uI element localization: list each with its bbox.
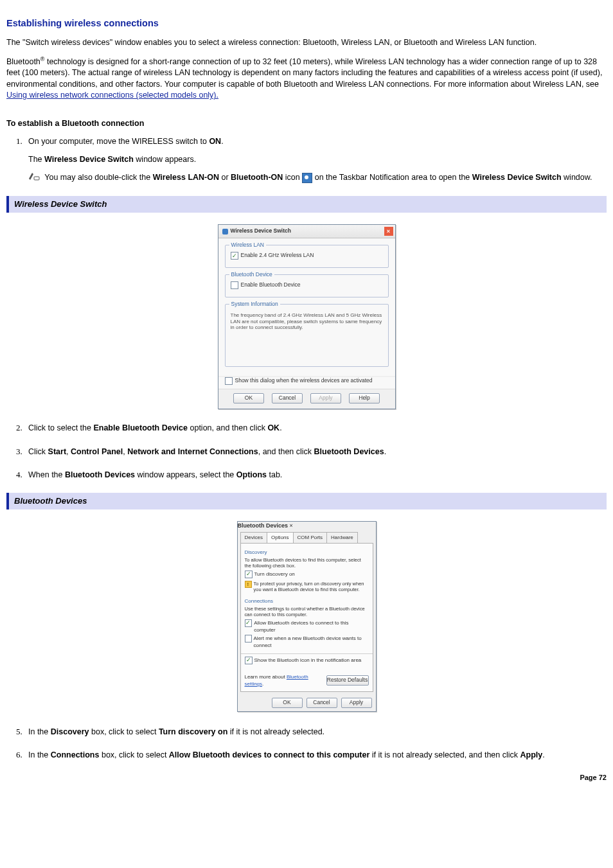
- subheading-bluetooth: To establish a Bluetooth connection: [6, 118, 607, 130]
- text: box, click to select: [89, 727, 159, 736]
- figure-caption-bt: Bluetooth Devices: [6, 493, 607, 509]
- dialog-title: Wireless Device Switch: [231, 227, 291, 235]
- step-4: When the Bluetooth Devices window appear…: [24, 469, 607, 481]
- discovery-text: To allow Bluetooth devices to find this …: [245, 557, 369, 569]
- app-icon: [222, 229, 228, 235]
- text: window appears, select the: [135, 470, 236, 479]
- text: option, and then click: [188, 423, 267, 432]
- svg-rect-0: [34, 177, 39, 180]
- wireless-device-switch-dialog: Wireless Device Switch × Wireless LAN En…: [218, 224, 396, 409]
- ok-button[interactable]: OK: [272, 698, 303, 708]
- close-button[interactable]: ×: [384, 227, 393, 236]
- text-bold: Allow Bluetooth devices to connect to th…: [169, 750, 370, 759]
- enable-wlan-label: Enable 2.4 GHz Wireless LAN: [241, 252, 314, 260]
- wireless-lan-link[interactable]: Using wireless network connections (sele…: [6, 91, 218, 100]
- intro-paragraph-2: Bluetooth® technology is designed for a …: [6, 55, 607, 102]
- discovery-warning-text: To protect your privacy, turn on discove…: [254, 581, 369, 592]
- wlan-group-legend: Wireless LAN: [229, 242, 266, 249]
- cancel-button[interactable]: Cancel: [272, 393, 303, 403]
- help-button[interactable]: Help: [349, 393, 380, 403]
- bluetooth-group-legend: Bluetooth Device: [229, 271, 274, 279]
- step-3: Click Start, Control Panel, Network and …: [24, 446, 607, 458]
- step-5: In the Discovery box, click to select Tu…: [24, 726, 607, 738]
- text-bold: Enable Bluetooth Device: [93, 423, 188, 432]
- step-6: In the Connections box, click to select …: [24, 749, 607, 761]
- step-1: On your computer, move the WIRELESS swit…: [24, 136, 607, 184]
- text-bold: Turn discovery on: [159, 727, 227, 736]
- steps-list-cont1: Click to select the Enable Bluetooth Dev…: [24, 422, 607, 481]
- bluetooth-group: Bluetooth Device Enable Bluetooth Device: [225, 274, 389, 297]
- enable-wlan-checkbox[interactable]: [231, 252, 238, 260]
- text: Bluetooth: [6, 57, 40, 66]
- turn-discovery-on-checkbox[interactable]: [245, 571, 253, 578]
- show-dialog-checkbox[interactable]: [225, 377, 233, 385]
- text: window appears.: [134, 155, 196, 164]
- taskbar-icon: [302, 173, 312, 183]
- alert-new-device-checkbox[interactable]: [245, 635, 252, 642]
- text-bold: Discovery: [51, 727, 89, 736]
- system-info-text: The frequency band of 2.4 GHz Wireless L…: [231, 312, 383, 331]
- text-bold: Wireless Device Switch: [472, 173, 562, 182]
- text: .: [542, 750, 544, 759]
- allow-connect-label: Allow Bluetooth devices to connect to th…: [254, 619, 368, 633]
- tab-com-ports[interactable]: COM Ports: [293, 532, 328, 542]
- enable-bluetooth-checkbox[interactable]: [231, 281, 238, 289]
- intro-paragraph-1: The "Switch wireless devices" window ena…: [6, 37, 607, 49]
- tab-options[interactable]: Options: [267, 532, 294, 542]
- figure-caption-wds: Wireless Device Switch: [6, 196, 607, 213]
- section-heading: Establishing wireless connections: [6, 17, 607, 30]
- text: , and then click: [258, 447, 314, 456]
- text: icon: [283, 173, 302, 182]
- text: .: [384, 447, 386, 456]
- tabs: Devices Options COM Ports Hardware: [238, 529, 376, 542]
- cancel-button[interactable]: Cancel: [306, 698, 337, 708]
- steps-list-cont2: In the Discovery box, click to select Tu…: [24, 726, 607, 761]
- learn-more-text: Learn more about Bluetooth settings.: [245, 673, 326, 687]
- tab-hardware[interactable]: Hardware: [326, 532, 358, 542]
- text: In the: [28, 727, 51, 736]
- text-bold: ON: [209, 137, 221, 146]
- text: The: [28, 155, 44, 164]
- text-bold: Start: [48, 447, 66, 456]
- text-bold: Wireless Device Switch: [44, 155, 134, 164]
- apply-button[interactable]: Apply: [310, 393, 341, 403]
- step-2: Click to select the Enable Bluetooth Dev…: [24, 422, 607, 434]
- warning-icon: [245, 581, 252, 588]
- apply-button[interactable]: Apply: [341, 698, 372, 708]
- text: box, click to select: [99, 750, 168, 759]
- text-bold: Bluetooth Devices: [65, 470, 135, 479]
- text: .: [221, 137, 223, 146]
- text-bold: Options: [236, 470, 267, 479]
- connections-group-title: Connections: [245, 598, 369, 605]
- dialog-titlebar: Bluetooth Devices ×: [238, 522, 376, 530]
- text: Click: [28, 447, 48, 456]
- show-dialog-label: Show this dialog when the wireless devic…: [235, 377, 373, 385]
- show-bt-icon-label: Show the Bluetooth icon in the notificat…: [254, 657, 362, 664]
- text-bold: Network and Internet Connections: [127, 447, 258, 456]
- alert-new-device-label: Alert me when a new Bluetooth device wan…: [254, 635, 369, 649]
- tab-devices[interactable]: Devices: [240, 532, 267, 542]
- dialog-titlebar: Wireless Device Switch ×: [218, 225, 395, 238]
- text-bold: OK: [267, 423, 280, 432]
- connections-text: Use these settings to control whether a …: [245, 606, 369, 617]
- show-bt-icon-checkbox[interactable]: [245, 657, 253, 664]
- restore-defaults-button[interactable]: Restore Defaults: [326, 675, 369, 686]
- close-button[interactable]: ×: [290, 522, 293, 529]
- allow-connect-checkbox[interactable]: [245, 619, 253, 627]
- text-bold: Control Panel: [71, 447, 123, 456]
- text-bold: Apply: [520, 750, 543, 759]
- text: Learn more about: [245, 674, 287, 680]
- steps-list: On your computer, move the WIRELESS swit…: [24, 136, 607, 184]
- bluetooth-devices-dialog: Bluetooth Devices × Devices Options COM …: [237, 521, 377, 712]
- text: tab.: [267, 470, 282, 479]
- ok-button[interactable]: OK: [233, 393, 264, 403]
- dialog-title: Bluetooth Devices: [238, 522, 289, 529]
- system-info-group: System Information The frequency band of…: [225, 304, 389, 367]
- text: or: [219, 173, 231, 182]
- text-bold: Wireless LAN-ON: [153, 173, 219, 182]
- text: You may also double-click the: [44, 173, 152, 182]
- system-info-legend: System Information: [229, 301, 280, 308]
- text: window.: [562, 173, 592, 182]
- text-bold: Connections: [51, 750, 100, 759]
- text-bold: Bluetooth-ON: [231, 173, 283, 182]
